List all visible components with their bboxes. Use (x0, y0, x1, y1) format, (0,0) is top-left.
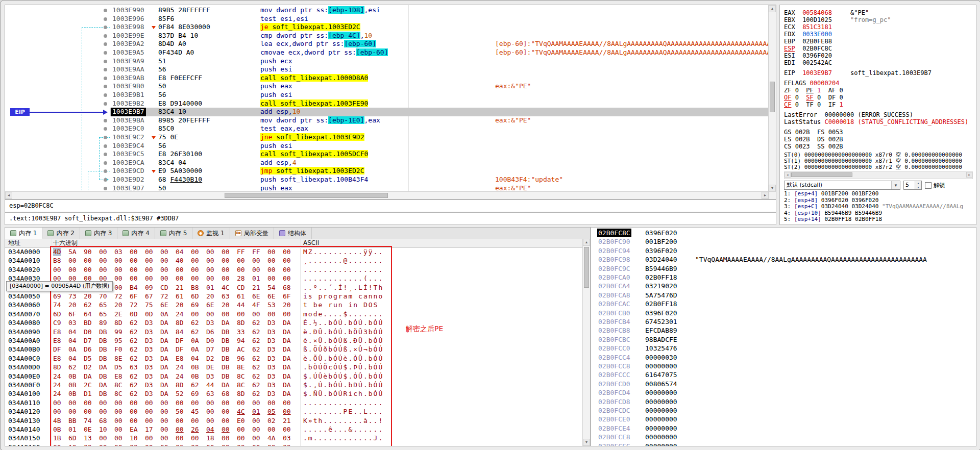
dump-byte[interactable]: 00 (206, 265, 214, 274)
dump-byte[interactable]: 00 (99, 247, 107, 256)
dump-byte[interactable]: 95 (114, 336, 122, 345)
dump-byte[interactable]: B4 (130, 283, 138, 292)
dump-byte[interactable]: 04 (206, 425, 214, 434)
dump-byte[interactable]: DA (99, 363, 107, 371)
disasm-address[interactable]: 1003E9C5 (112, 150, 144, 159)
dump-byte[interactable]: 74 (84, 416, 92, 425)
dump-byte[interactable]: 62 (130, 328, 138, 336)
dump-byte[interactable]: 40 (176, 256, 184, 265)
dump-byte[interactable]: DA (283, 336, 291, 345)
dump-byte[interactable]: 0E (84, 425, 92, 434)
breakpoint-dot[interactable] (104, 102, 107, 106)
dump-byte[interactable]: 00 (222, 434, 230, 442)
dump-byte[interactable]: DA (283, 354, 291, 363)
dump-byte[interactable]: DB (99, 354, 107, 363)
dump-byte[interactable]: 00 (206, 247, 214, 256)
dump-byte[interactable]: 8E (237, 363, 245, 371)
dump-byte[interactable]: 44 (206, 381, 214, 389)
dump-byte[interactable]: 00 (68, 407, 77, 416)
dump-byte[interactable]: 8D (237, 389, 245, 398)
breakpoint-dot[interactable] (104, 169, 107, 173)
disasm-row[interactable]: 1003E9A28D4D A0lea ecx,dword ptr ss:[ebp… (110, 40, 769, 48)
register-line[interactable]: EIP 1003E9B7 soft_libexpat.1003E9B7 (784, 69, 975, 77)
disasm-address[interactable]: 1003E9C2 (112, 133, 144, 142)
dump-byte[interactable]: D5 (114, 363, 122, 371)
dump-byte[interactable]: D7 (84, 336, 92, 345)
stack-row[interactable]: 02B0FC9CB59446B9 (591, 264, 976, 273)
dump-byte[interactable]: 62 (191, 381, 199, 389)
dump-byte[interactable]: 84 (176, 328, 184, 336)
dump-byte[interactable]: 8D (114, 318, 122, 327)
dump-byte[interactable]: 00 (252, 398, 260, 407)
dump-byte[interactable]: 00 (160, 256, 168, 265)
dump-byte[interactable]: DF (176, 336, 184, 345)
dump-byte[interactable]: BD (84, 318, 92, 327)
disassembly-horizontal-scrollbar[interactable]: ◂ ▸ (5, 191, 776, 199)
dump-byte[interactable]: 0D (145, 310, 153, 318)
register-line[interactable]: OF 0 SF 0 DF 0 (784, 94, 975, 101)
dump-byte[interactable]: 0D (130, 310, 138, 318)
dump-byte[interactable]: 20 (176, 301, 184, 309)
dump-byte[interactable]: 4C (222, 283, 230, 292)
dump-byte[interactable]: 68 (222, 389, 230, 398)
dump-byte[interactable]: D3 (267, 328, 276, 336)
dump-byte[interactable]: 8D (53, 363, 61, 371)
dump-byte[interactable]: 00 (160, 407, 168, 416)
dump-byte[interactable]: 99 (114, 328, 122, 336)
stack-row[interactable]: 02B0FCBC98BADCFE (591, 335, 976, 344)
dump-byte[interactable]: 62 (252, 345, 260, 354)
dump-byte[interactable]: 00 (283, 398, 291, 407)
dump-byte[interactable]: D6 (84, 345, 92, 354)
disasm-address[interactable]: 1003E996 (112, 15, 144, 23)
stepper-arrows-icon[interactable]: ▴ ▾ (915, 181, 921, 189)
dump-byte[interactable]: 00 (130, 407, 138, 416)
dump-byte[interactable]: 00 (99, 407, 107, 416)
dump-byte[interactable]: 00 (53, 265, 61, 274)
dump-byte[interactable]: 00 (222, 443, 230, 446)
dump-byte[interactable]: 00 (84, 398, 92, 407)
dump-byte[interactable]: 61 (176, 292, 184, 301)
dump-byte[interactable]: 00 (222, 416, 230, 425)
dump-byte[interactable]: D2 (84, 363, 92, 371)
dump-byte[interactable]: 00 (237, 398, 245, 407)
dump-byte[interactable]: 00 (191, 274, 199, 283)
calling-convention-select[interactable]: 默认 (stdcall) ▾ (784, 181, 900, 190)
dump-byte[interactable]: 6E (267, 292, 276, 301)
disasm-address[interactable]: 1003E9CA (112, 159, 144, 167)
disasm-row[interactable]: 1003E99685F6test esi,esi (110, 15, 769, 23)
breakpoint-dot[interactable] (104, 68, 107, 71)
dump-byte[interactable]: 04 (68, 336, 77, 345)
scrollbar-thumb[interactable] (225, 193, 388, 198)
dump-byte[interactable]: 21 (176, 283, 184, 292)
dump-byte[interactable]: 0A (68, 345, 77, 354)
register-line[interactable]: CS 0023 SS 002B (784, 143, 975, 150)
dump-byte[interactable]: 00 (160, 274, 168, 283)
dump-byte[interactable]: 00 (160, 425, 168, 434)
dump-byte[interactable]: 50 (176, 407, 184, 416)
stack-row[interactable]: 02B0FC940396F020 (591, 246, 976, 255)
dump-byte[interactable]: 62 (191, 318, 199, 327)
dump-byte[interactable]: DA (160, 318, 168, 327)
dump-byte[interactable]: DA (283, 363, 291, 371)
stack-row[interactable]: 02B0FCAC02B0FF18 (591, 299, 976, 308)
dump-byte[interactable]: 00 (267, 265, 276, 274)
dump-byte[interactable]: 04 (68, 328, 77, 336)
stack-row[interactable]: 02B0FCA002B0FF18 (591, 273, 976, 282)
dump-byte[interactable]: 00 (145, 247, 153, 256)
dump-byte[interactable]: 69 (191, 389, 199, 398)
dump-byte[interactable]: 0A (160, 310, 168, 318)
breakpoint-dot[interactable] (104, 51, 107, 55)
breakpoint-dot[interactable] (104, 136, 107, 139)
disasm-address[interactable]: 1003E9B2 (112, 99, 144, 108)
dump-byte[interactable]: 62 (84, 301, 92, 309)
dump-byte[interactable]: 00 (145, 398, 153, 407)
dump-byte[interactable]: 00 (145, 265, 153, 274)
dump-byte[interactable]: 03 (114, 247, 122, 256)
dump-byte[interactable]: 00 (160, 443, 168, 446)
disasm-address[interactable]: 1003E9B0 (112, 82, 144, 91)
dump-byte[interactable]: 62 (252, 372, 260, 381)
dump-byte[interactable]: 00 (53, 407, 61, 416)
disasm-address[interactable]: 1003E9BA (112, 116, 144, 125)
register-line[interactable]: ECX 851C3181 (784, 23, 975, 31)
dump-byte[interactable]: DF (176, 345, 184, 354)
